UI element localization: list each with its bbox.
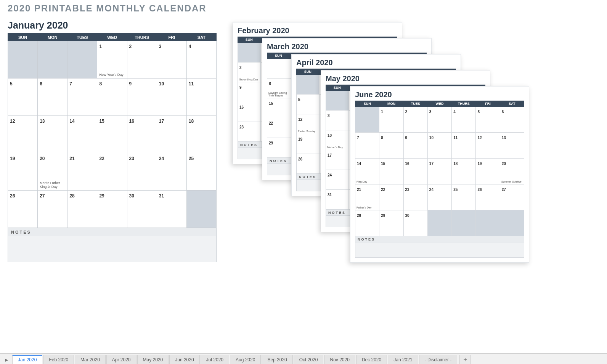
calendar-cell[interactable]: 24 (427, 184, 451, 210)
calendar-cell[interactable]: 17 (157, 116, 186, 153)
calendar-cell[interactable] (326, 91, 349, 111)
calendar-cell[interactable]: 6 (38, 79, 67, 116)
calendar-cell[interactable]: 29 (97, 191, 127, 228)
calendar-cell[interactable]: 6 (500, 107, 524, 133)
calendar-cell[interactable]: 4 (452, 107, 476, 133)
calendar-cell[interactable]: 18 (186, 116, 216, 153)
notes-area[interactable] (355, 242, 524, 258)
calendar-cell[interactable]: 15 (267, 98, 290, 118)
sheet-tab[interactable]: Jul 2020 (201, 355, 229, 364)
calendar-cell[interactable]: 17 (326, 150, 349, 170)
calendar-cell[interactable]: 29 (267, 138, 290, 158)
calendar-cell[interactable]: 27 (38, 191, 67, 228)
calendar-cell[interactable]: 23 (403, 184, 427, 210)
sheet-tab[interactable]: Jan 2021 (388, 355, 418, 364)
calendar-cell[interactable]: 19 (476, 159, 500, 184)
calendar-cell[interactable]: 3 (326, 111, 349, 130)
calendar-cell[interactable]: 25 (186, 153, 216, 191)
calendar-cell[interactable]: 23 (127, 153, 157, 191)
calendar-cell[interactable]: 12 (476, 133, 500, 159)
calendar-cell[interactable] (38, 41, 67, 79)
sheet-tab[interactable]: Oct 2020 (294, 355, 324, 364)
calendar-cell[interactable]: 28 (67, 191, 97, 228)
notes-area[interactable] (8, 236, 217, 262)
calendar-cell[interactable]: 2Groundhog Day (238, 63, 261, 82)
sheet-tab[interactable]: Dec 2020 (356, 355, 387, 364)
calendar-cell[interactable]: 31 (326, 190, 349, 210)
calendar-cell[interactable]: 15 (97, 116, 127, 153)
calendar-cell[interactable]: 21Father's Day (355, 184, 379, 210)
calendar-cell[interactable] (297, 75, 320, 95)
calendar-cell[interactable]: 3 (157, 41, 186, 79)
calendar-cell[interactable]: 12Easter Sunday (297, 114, 320, 134)
sheet-tab[interactable]: Mar 2020 (75, 355, 106, 364)
calendar-cell[interactable]: 16 (403, 159, 427, 184)
calendar-cell[interactable]: 31 (157, 191, 186, 228)
calendar-cell[interactable]: 16 (127, 116, 157, 153)
calendar-cell[interactable]: 22 (267, 118, 290, 138)
sheet-tab[interactable]: Aug 2020 (230, 355, 261, 364)
calendar-cell[interactable]: 5 (476, 107, 500, 133)
calendar-cell[interactable]: 11 (186, 79, 216, 116)
calendar-cell[interactable]: 8 (97, 79, 127, 116)
calendar-cell[interactable]: 16 (238, 102, 261, 122)
calendar-cell[interactable]: 3 (427, 107, 451, 133)
calendar-cell[interactable]: 12 (8, 116, 38, 153)
calendar-cell[interactable]: 14 (67, 116, 97, 153)
calendar-cell[interactable]: 26 (476, 184, 500, 210)
tab-scroll-icon[interactable]: ▶ (2, 356, 11, 364)
calendar-cell[interactable]: 20Martin Luther King Jr Day (38, 153, 67, 191)
calendar-cell[interactable]: 5 (8, 79, 38, 116)
calendar-cell[interactable]: 8Daylight Saving Time Begins (267, 79, 290, 98)
calendar-cell[interactable]: 2 (403, 107, 427, 133)
calendar-cell[interactable]: 29 (379, 210, 403, 236)
calendar-cell[interactable]: 26 (8, 191, 38, 228)
add-sheet-button[interactable]: + (459, 355, 471, 364)
calendar-cell[interactable] (186, 191, 216, 228)
sheet-tab[interactable]: Jan 2020 (12, 355, 42, 364)
calendar-cell[interactable]: 2 (127, 41, 157, 79)
calendar-cell[interactable]: 19 (297, 134, 320, 154)
calendar-cell[interactable]: 27 (500, 184, 524, 210)
calendar-cell[interactable] (8, 41, 38, 79)
calendar-cell[interactable]: 13 (38, 116, 67, 153)
calendar-cell[interactable] (427, 210, 451, 236)
calendar-cell[interactable]: 20Summer Solstice (500, 159, 524, 184)
calendar-cell[interactable]: 15 (379, 159, 403, 184)
calendar-cell[interactable]: 4 (186, 41, 216, 79)
sheet-tab[interactable]: - Disclaimer - (419, 355, 458, 364)
calendar-cell[interactable]: 24 (157, 153, 186, 191)
calendar-cell[interactable] (476, 210, 500, 236)
calendar-cell[interactable]: 26 (297, 154, 320, 174)
calendar-cell[interactable]: 10 (427, 133, 451, 159)
calendar-cell[interactable]: 13 (500, 133, 524, 159)
calendar-cell[interactable]: 23 (238, 122, 261, 142)
calendar-cell[interactable]: 25 (452, 184, 476, 210)
calendar-cell[interactable]: 11 (452, 133, 476, 159)
calendar-cell[interactable]: 17 (427, 159, 451, 184)
calendar-cell[interactable]: 8 (379, 133, 403, 159)
sheet-tab[interactable]: May 2020 (137, 355, 169, 364)
sheet-tab[interactable]: Nov 2020 (324, 355, 355, 364)
calendar-cell[interactable]: 24 (326, 170, 349, 190)
calendar-cell[interactable]: 10Mother's Day (326, 130, 349, 150)
calendar-cell[interactable]: 14Flag Day (355, 159, 379, 184)
calendar-cell[interactable]: 19 (8, 153, 38, 191)
calendar-cell[interactable]: 30 (403, 210, 427, 236)
sheet-tab[interactable]: Sep 2020 (262, 355, 292, 364)
calendar-cell[interactable]: 1 (379, 107, 403, 133)
calendar-cell[interactable]: 7 (67, 79, 97, 116)
calendar-cell[interactable]: 22 (97, 153, 127, 191)
calendar-cell[interactable]: 9 (238, 82, 261, 102)
calendar-cell[interactable]: 7 (355, 133, 379, 159)
calendar-cell[interactable]: 28 (355, 210, 379, 236)
calendar-cell[interactable]: 30 (127, 191, 157, 228)
calendar-cell[interactable] (500, 210, 524, 236)
sheet-tab[interactable]: Apr 2020 (106, 355, 136, 364)
calendar-cell[interactable]: 18 (452, 159, 476, 184)
calendar-cell[interactable] (67, 41, 97, 79)
calendar-cell[interactable]: 22 (379, 184, 403, 210)
calendar-cell[interactable]: 21 (67, 153, 97, 191)
calendar-cell[interactable] (355, 107, 379, 133)
calendar-cell[interactable] (452, 210, 476, 236)
